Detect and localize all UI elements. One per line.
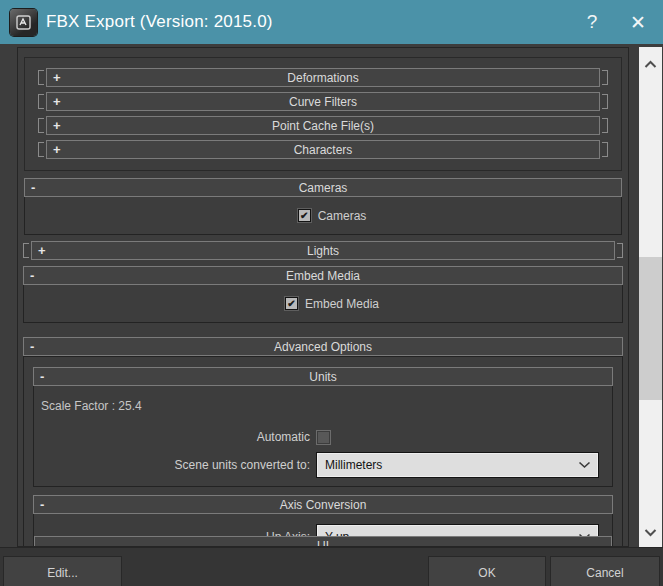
cancel-button[interactable]: Cancel — [550, 556, 660, 586]
scale-factor-value: Scale Factor : 25.4 — [41, 399, 612, 413]
rollout-axis-conversion-header[interactable]: - Axis Conversion — [33, 495, 613, 514]
rollout-label: Point Cache File(s) — [272, 119, 374, 133]
ok-button[interactable]: OK — [428, 556, 546, 586]
edit-button[interactable]: Edit... — [3, 556, 122, 586]
rollout-lights[interactable]: + Lights — [23, 241, 623, 260]
rollout-end-cap — [38, 142, 44, 157]
expand-plus-icon: + — [53, 117, 61, 134]
expand-plus-icon: + — [53, 93, 61, 110]
rollout-embed-media-header[interactable]: - Embed Media — [23, 266, 623, 285]
rollout-cameras: - Cameras ✔ Cameras — [24, 178, 622, 235]
rollout-ui-clipped[interactable]: UI — [34, 536, 612, 546]
scene-units-value: Millimeters — [325, 458, 382, 472]
chevron-down-icon — [578, 461, 591, 469]
collapse-minus-icon: - — [40, 496, 44, 513]
fbx-logo-icon — [10, 9, 37, 36]
rollout-label: UI — [317, 539, 329, 547]
expand-plus-icon: + — [53, 141, 61, 158]
rollout-end-cap — [23, 243, 29, 258]
rollout-label: Embed Media — [286, 269, 360, 283]
vertical-scrollbar[interactable] — [639, 47, 662, 547]
rollout-label: Characters — [294, 143, 353, 157]
rollout-end-cap — [38, 118, 44, 133]
collapse-minus-icon: - — [31, 179, 35, 196]
cameras-checkbox[interactable]: ✔ — [298, 209, 311, 222]
rollout-label: Axis Conversion — [280, 498, 367, 512]
rollout-point-cache[interactable]: + Point Cache File(s) — [38, 116, 608, 135]
rollout-units-header[interactable]: - Units — [33, 367, 613, 386]
rollout-end-cap — [38, 70, 44, 85]
rollout-characters[interactable]: + Characters — [38, 140, 608, 159]
window-title: FBX Export (Version: 2015.0) — [46, 12, 569, 32]
scene-units-label: Scene units converted to: — [34, 458, 317, 472]
collapse-minus-icon: - — [30, 267, 34, 284]
titlebar: FBX Export (Version: 2015.0) ? ✕ — [0, 0, 663, 44]
expand-plus-icon: + — [38, 242, 46, 259]
expand-plus-icon: + — [53, 69, 61, 86]
scrollbar-thumb[interactable] — [639, 257, 662, 400]
rollout-end-cap — [602, 94, 608, 109]
collapse-minus-icon: - — [40, 368, 44, 385]
scroll-down-icon[interactable] — [639, 521, 662, 543]
embed-media-checkbox[interactable]: ✔ — [285, 297, 298, 310]
rollout-label: Lights — [307, 244, 339, 258]
rollout-end-cap — [602, 118, 608, 133]
collapse-minus-icon: - — [30, 338, 34, 355]
rollout-cameras-header[interactable]: - Cameras — [24, 178, 622, 197]
close-button[interactable]: ✕ — [615, 0, 661, 44]
rollout-label: Cameras — [299, 181, 348, 195]
rollout-label: Curve Filters — [289, 95, 357, 109]
rollout-label: Units — [309, 370, 336, 384]
rollout-label: Advanced Options — [274, 340, 372, 354]
animation-rollout-group: + Deformations + Curve Filters + Point C… — [24, 57, 622, 171]
rollout-end-cap — [602, 70, 608, 85]
scroll-up-icon[interactable] — [639, 53, 662, 75]
automatic-checkbox[interactable] — [317, 431, 330, 444]
rollout-embed-media: - Embed Media ✔ Embed Media — [23, 266, 623, 323]
rollout-curve-filters[interactable]: + Curve Filters — [38, 92, 608, 111]
rollout-end-cap — [602, 142, 608, 157]
rollout-label: Deformations — [287, 71, 358, 85]
rollout-end-cap — [617, 243, 623, 258]
embed-media-checkbox-label: Embed Media — [305, 297, 379, 311]
rollout-units: - Units Scale Factor : 25.4 Automatic Sc… — [33, 367, 613, 487]
advanced-options-content: - Units Scale Factor : 25.4 Automatic Sc… — [23, 356, 623, 547]
rollout-end-cap — [38, 94, 44, 109]
rollout-scroll-panel: + Deformations + Curve Filters + Point C… — [17, 47, 629, 547]
automatic-label: Automatic — [34, 430, 317, 444]
cameras-checkbox-label: Cameras — [318, 209, 367, 223]
scene-units-dropdown[interactable]: Millimeters — [317, 453, 598, 477]
rollout-advanced-options-header[interactable]: - Advanced Options — [23, 337, 623, 356]
rollout-deformations[interactable]: + Deformations — [38, 68, 608, 87]
footer-bar: Edit... OK Cancel — [0, 547, 663, 586]
help-button[interactable]: ? — [569, 0, 615, 44]
